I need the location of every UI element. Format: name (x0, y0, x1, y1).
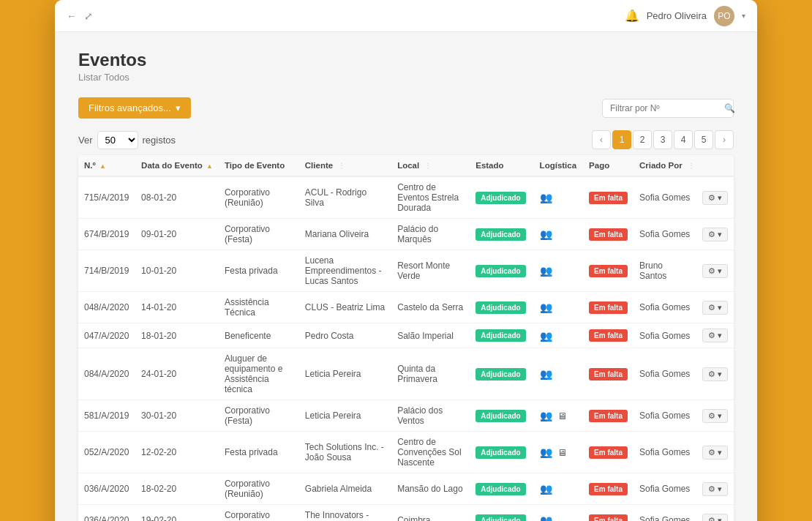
cell-date: 10-01-20 (135, 250, 219, 292)
row-action-button[interactable]: ⚙ ▾ (702, 367, 728, 381)
pago-badge: Em falta (589, 410, 628, 422)
col-header-num[interactable]: N.º ▲ (78, 155, 135, 176)
pagination-page-5[interactable]: 5 (694, 130, 713, 149)
cell-date: 18-02-20 (135, 473, 219, 505)
cell-date: 12-02-20 (135, 432, 219, 473)
cell-num: 036/A/2020 (78, 473, 135, 505)
cell-local: Palácio dos Ventos (391, 400, 470, 432)
notification-bell-icon[interactable]: 🔔 (625, 9, 639, 23)
action-chevron-icon: ▾ (718, 193, 722, 203)
pago-badge: Em falta (589, 446, 628, 459)
row-action-button[interactable]: ⚙ ▾ (702, 264, 728, 278)
cell-local: Centro de Convenções Sol Nascente (391, 432, 470, 473)
action-chevron-icon: ▾ (718, 266, 722, 276)
cell-estado: Adjudicado (470, 348, 533, 400)
advanced-filter-button[interactable]: Filtros avançados... ▾ (78, 97, 191, 119)
cell-date: 30-01-20 (135, 400, 219, 432)
pago-badge: Em falta (589, 483, 628, 495)
action-chevron-icon: ▾ (718, 331, 722, 340)
cell-type: Assistência Técnica (219, 292, 299, 323)
row-action-button[interactable]: ⚙ ▾ (702, 482, 728, 496)
row-action-button[interactable]: ⚙ ▾ (702, 514, 728, 522)
table-row: 714/B/2019 10-01-20 Festa privada Lucena… (78, 250, 734, 292)
col-header-local[interactable]: Local ⋮ (391, 155, 470, 176)
cell-type: Festa privada (219, 432, 299, 473)
filter-button-label: Filtros avançados... (89, 102, 171, 113)
cell-criado: Sofia Gomes (634, 505, 696, 522)
pago-badge: Em falta (589, 514, 628, 522)
table-row: 674/B/2019 09-01-20 Corporativo (Festa) … (78, 219, 734, 250)
col-header-client[interactable]: Cliente ⋮ (299, 155, 391, 176)
expand-button[interactable]: ⤢ (84, 10, 93, 22)
cell-logistica: 👥 (534, 505, 583, 522)
cell-action: ⚙ ▾ (696, 292, 734, 323)
col-header-logistica[interactable]: Logística (534, 155, 583, 176)
cell-local: Palácio do Marquês (391, 219, 470, 250)
gear-icon: ⚙ (708, 411, 715, 421)
cell-criado: Sofia Gomes (634, 348, 696, 400)
user-menu-chevron-icon[interactable]: ▾ (742, 12, 745, 20)
pagination-page-2[interactable]: 2 (633, 130, 652, 149)
cell-estado: Adjudicado (470, 323, 533, 348)
titlebar-right: 🔔 Pedro Oliveira PO ▾ (625, 6, 745, 26)
pagination-page-1[interactable]: 1 (612, 130, 631, 149)
people-icon: 👥 (540, 330, 552, 342)
row-action-button[interactable]: ⚙ ▾ (702, 409, 728, 423)
estado-badge: Adjudicado (475, 301, 525, 314)
row-action-button[interactable]: ⚙ ▾ (702, 228, 728, 241)
pagination-prev-button[interactable]: ‹ (592, 130, 611, 149)
titlebar-left: ← ⤢ (67, 10, 93, 22)
pago-badge: Em falta (589, 368, 628, 381)
cell-num: 048/A/2020 (78, 292, 135, 323)
pagination-page-4[interactable]: 4 (674, 130, 693, 149)
table-row: 581/A/2019 30-01-20 Corporativo (Festa) … (78, 400, 734, 432)
cell-num: 715/A/2019 (78, 176, 135, 219)
cell-logistica: 👥 (534, 176, 583, 219)
cell-pago: Em falta (583, 473, 634, 505)
people-icon: 👥 (540, 265, 552, 277)
cell-num: 036/A/2020 (78, 505, 135, 522)
row-action-button[interactable]: ⚙ ▾ (702, 191, 728, 205)
estado-badge: Adjudicado (475, 410, 525, 422)
col-header-criado[interactable]: Criado Por ⋮ (634, 155, 696, 176)
cell-local: Resort Monte Verde (391, 250, 470, 292)
cell-local: Quinta da Primavera (391, 348, 470, 400)
cell-logistica: 👥 (534, 348, 583, 400)
action-chevron-icon: ▾ (718, 303, 722, 312)
row-action-button[interactable]: ⚙ ▾ (702, 446, 728, 460)
cell-local: Salão Imperial (391, 323, 470, 348)
action-chevron-icon: ▾ (718, 448, 722, 457)
avatar[interactable]: PO (714, 6, 734, 26)
col-header-type[interactable]: Tipo de Evento (219, 155, 299, 176)
back-button[interactable]: ← (67, 10, 77, 22)
gear-icon: ⚙ (708, 448, 715, 457)
per-page-select[interactable]: 50 25 100 (97, 131, 138, 149)
cell-num: 052/A/2020 (78, 432, 135, 473)
pagination-page-3[interactable]: 3 (653, 130, 672, 149)
action-chevron-icon: ▾ (718, 370, 722, 379)
page-content: Eventos Listar Todos Filtros avançados..… (55, 32, 757, 521)
cell-num: 674/B/2019 (78, 219, 135, 250)
pagination: ‹ 1 2 3 4 5 › (592, 130, 734, 149)
row-action-button[interactable]: ⚙ ▾ (702, 329, 728, 342)
gear-icon: ⚙ (708, 331, 715, 340)
estado-badge: Adjudicado (475, 329, 525, 342)
action-chevron-icon: ▾ (718, 516, 722, 522)
col-header-estado[interactable]: Estado (470, 155, 533, 176)
gear-icon: ⚙ (708, 193, 715, 203)
people-icon: 👥 (540, 192, 552, 203)
search-input[interactable] (610, 103, 720, 113)
col-header-date[interactable]: Data do Evento ▲ (135, 155, 219, 176)
gear-icon: ⚙ (708, 266, 715, 276)
cell-client: Lucena Empreendimentos - Lucas Santos (299, 250, 391, 292)
people-icon: 👥 (540, 301, 552, 313)
cell-logistica: 👥 (534, 323, 583, 348)
col-header-pago[interactable]: Pago (583, 155, 634, 176)
cell-action: ⚙ ▾ (696, 219, 734, 250)
row-action-button[interactable]: ⚙ ▾ (702, 301, 728, 315)
cell-client: Gabriela Almeida (299, 473, 391, 505)
cell-type: Aluguer de equipamento e Assistência téc… (219, 348, 299, 400)
people-icon: 👥 (540, 228, 552, 240)
pagination-next-button[interactable]: › (715, 130, 734, 149)
cell-estado: Adjudicado (470, 432, 533, 473)
